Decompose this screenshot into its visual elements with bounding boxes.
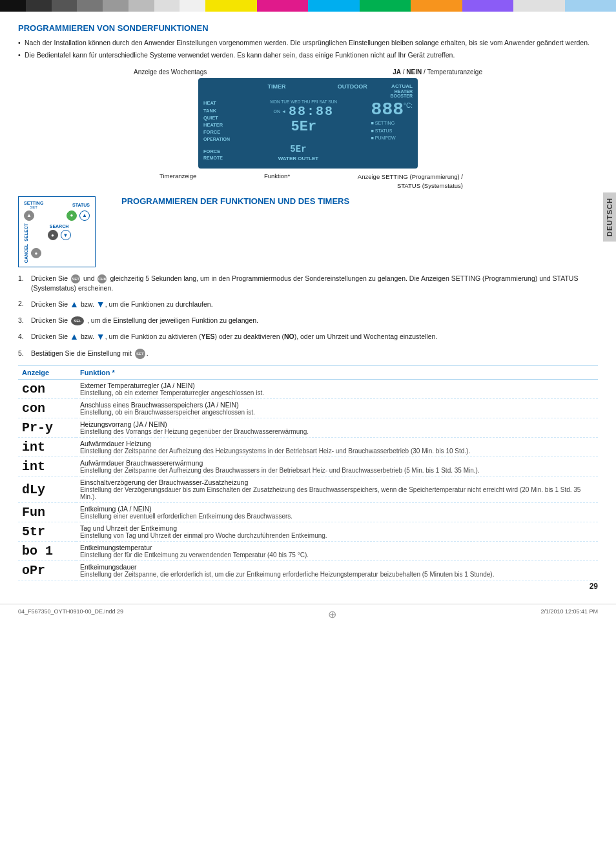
footer-crosshair: ⊕ <box>328 608 336 620</box>
color-segment <box>154 0 180 12</box>
lcd-top-row: TIMER OUTDOOR ACTUAL HEATER BOOSTER <box>203 83 413 98</box>
func-title: Entkeimung (JA / NEIN) <box>80 505 594 513</box>
ja-label: JA <box>393 68 401 76</box>
setting-status-label: Anzeige SETTING (Programmierung) / STATU… <box>358 172 463 190</box>
desc-cell: Tag und Uhrzeit der EntkeimungEinstellun… <box>76 522 598 542</box>
check-icon-1: CHK <box>98 274 107 283</box>
color-segment <box>180 0 205 12</box>
up-btn[interactable]: ▲ <box>79 210 90 221</box>
color-segment <box>26 0 52 12</box>
diagram-label-left: Anzeige des Wochentags <box>134 68 207 76</box>
desc-cell: Anschluss eines Brauchwasserspeichers (J… <box>76 399 598 418</box>
set-btn[interactable]: ▲ <box>24 210 34 221</box>
sub-title: PROGRAMMIEREN DER FUNKTIONEN UND DES TIM… <box>121 196 598 207</box>
color-segment <box>436 0 462 12</box>
color-segment <box>231 0 257 12</box>
func-title: Aufwärmdauer Brauchwassererwärmung <box>80 459 594 467</box>
display-cell: Fun <box>18 503 76 522</box>
check-btn[interactable]: ● <box>67 210 77 221</box>
func-desc: Einstellung der Verzögerungsdauer bis zu… <box>80 486 594 500</box>
lcd-days: MON TUE WED THU FRI SAT SUN <box>271 99 338 104</box>
step-3: 3. Drücken Sie SEL , um die Einstellung … <box>18 316 598 325</box>
no-text: NO <box>284 333 294 340</box>
search-label: SEARCH <box>50 224 69 229</box>
desc-cell: Aufwärmdauer HeizungEinstellung der Zeit… <box>76 438 598 457</box>
func-title: Entkeimungsdauer <box>80 563 594 571</box>
down-btn[interactable]: ▼ <box>61 230 71 240</box>
set-icon-5: SET <box>135 349 145 359</box>
step-1-num: 1. <box>18 274 31 283</box>
lcd-actual-label: ACTUAL HEATER BOOSTER <box>390 83 413 98</box>
table-row: 5trTag und Uhrzeit der EntkeimungEinstel… <box>18 522 598 542</box>
table-row: intAufwärmdauer BrauchwassererwärmungEin… <box>18 457 598 477</box>
lcd-bottom-left: FORCE REMOTE <box>203 149 223 161</box>
select-btn[interactable]: ● <box>48 230 58 240</box>
func-title: Anschluss eines Brauchwasserspeichers (J… <box>80 401 594 409</box>
deutsch-tab: DEUTSCH <box>603 192 616 241</box>
table-row: conExterner Temperaturregler (JA / NEIN)… <box>18 380 598 399</box>
func-desc: Einstellung der Zeitspanne der Aufheizun… <box>80 467 594 474</box>
desc-cell: Heizungsvorrang (JA / NEIN)Einstellung d… <box>76 418 598 438</box>
page-footer: 04_F567350_OYTH0910-00_DE.indd 29 ⊕ 2/1/… <box>0 604 616 624</box>
col1-header: Anzeige <box>18 366 76 380</box>
lcd-on-label: ON ◄ <box>274 109 286 114</box>
table-header-row: Anzeige Funktion * <box>18 366 598 380</box>
func-title: Heizungsvorrang (JA / NEIN) <box>80 420 594 428</box>
table-row: FunEntkeimung (JA / NEIN)Einstellung ein… <box>18 503 598 522</box>
func-desc: Einstellung der Zeitspanne der Aufheizun… <box>80 447 594 455</box>
col2-header: Funktion * <box>76 366 598 380</box>
lcd-celsius-label: °C: <box>404 102 413 109</box>
desc-cell: Externer Temperaturregler (JA / NEIN)Ein… <box>76 380 598 399</box>
func-title: Einschaltverzögerung der Brauchwasser-Zu… <box>80 478 594 486</box>
color-segment <box>205 0 231 12</box>
footer-left: 04_F567350_OYTH0910-00_DE.indd 29 <box>18 608 123 620</box>
table-head: Anzeige Funktion * <box>18 366 598 380</box>
step-3-num: 3. <box>18 316 31 325</box>
display-cell: oPr <box>18 561 76 580</box>
step-4-num: 4. <box>18 332 31 342</box>
step-3-text: Drücken Sie SEL , um die Einstellung der… <box>31 316 598 325</box>
table-row: dLyEinschaltverzögerung der Brauchwasser… <box>18 477 598 503</box>
select-label-vert: SELECT <box>24 223 28 241</box>
func-desc: Einstellung, ob ein Brauchwasserspeicher… <box>80 409 594 416</box>
lcd-center: MON TUE WED THU FRI SAT SUN ON ◄ 88:88 5… <box>239 99 369 135</box>
arrow-up-4: ▲ <box>70 331 79 342</box>
select-icon-3: SEL <box>71 316 84 325</box>
lcd-left-labels: HEAT TANK QUIET HEATER FORCE OPERATION <box>203 99 239 143</box>
page-number: 29 <box>590 582 598 591</box>
desc-cell: EntkeimungsdauerEinstellung der Zeitspan… <box>76 561 598 580</box>
color-segment <box>0 0 26 12</box>
arrow-down-2: ▼ <box>96 299 105 309</box>
step-5-num: 5. <box>18 349 31 358</box>
table-row: Pr-yHeizungsvorrang (JA / NEIN)Einstellu… <box>18 418 598 438</box>
color-segment <box>308 0 334 12</box>
lcd-func-display: 5Er <box>291 119 316 135</box>
step-1-text: Drücken Sie SET und CHK gleichzeitig 5 S… <box>31 274 598 293</box>
cancel-btn[interactable]: ● <box>31 248 41 258</box>
diagram-bottom-labels: Timeranzeige Funktion* Anzeige SETTING (… <box>140 172 476 190</box>
color-segment <box>52 0 77 12</box>
steps-area: 1. Drücken Sie SET und CHK gleichzeitig … <box>18 274 598 360</box>
timer-label: Timeranzeige <box>159 172 196 190</box>
table-row: intAufwärmdauer HeizungEinstellung der Z… <box>18 438 598 457</box>
table-row: bo 1EntkeimungstemperaturEinstellung der… <box>18 542 598 561</box>
cancel-label-vert: CANCEL <box>24 244 28 263</box>
color-segment <box>360 0 385 12</box>
func-desc: Einstellung der für die Entkeimung zu ve… <box>80 551 594 559</box>
func-desc: Einstellung, ob ein externer Temperaturr… <box>80 389 594 396</box>
bullet-2: Die Bedientafel kann für unterschiedlich… <box>18 50 598 60</box>
display-cell: dLy <box>18 477 76 503</box>
display-cell: int <box>18 438 76 457</box>
func-desc: Einstellung der Zeitspanne, die erforder… <box>80 571 594 578</box>
step-2-text: Drücken Sie ▲ bzw. ▼, um die Funktionen … <box>31 298 598 311</box>
step-5-text: Bestätigen Sie die Einstellung mit SET. <box>31 349 598 359</box>
step-2-num: 2. <box>18 299 31 309</box>
set-label: SET <box>30 205 37 209</box>
step-5: 5. Bestätigen Sie die Einstellung mit SE… <box>18 349 598 359</box>
lcd-timer-label: TIMER <box>239 83 314 90</box>
bullet-1: Nach der Installation können durch den A… <box>18 38 598 48</box>
step-4: 4. Drücken Sie ▲ bzw. ▼, um die Funktion… <box>18 331 598 343</box>
desc-cell: Einschaltverzögerung der Brauchwasser-Zu… <box>76 477 598 503</box>
arrow-up-2: ▲ <box>70 299 79 309</box>
color-segment <box>334 0 360 12</box>
